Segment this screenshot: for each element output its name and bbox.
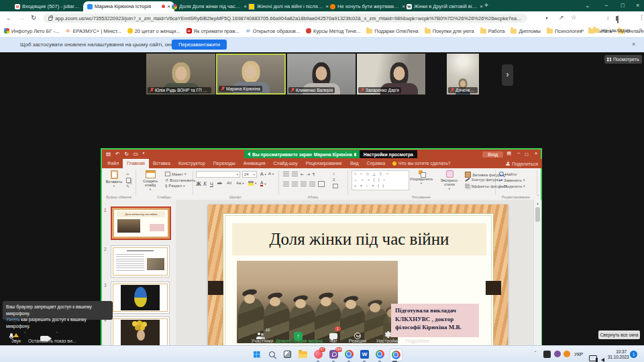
close-tab-icon[interactable] — [480, 3, 483, 9]
bullets-icon[interactable] — [283, 172, 289, 176]
participant-video[interactable]: Юлія Рудь ВОНР та ГП КЛК ХН... — [146, 54, 215, 95]
bookmark-folder[interactable]: Покупки для уюта — [425, 28, 474, 34]
messenger-app-button[interactable]: 67 — [313, 349, 324, 360]
save-icon[interactable] — [106, 151, 111, 157]
underline-button[interactable]: Ч — [210, 181, 213, 187]
tray-viber-icon[interactable] — [554, 351, 561, 357]
tab-wikipedia[interactable]: Жінки в Другій світовій війні — — [402, 1, 487, 11]
font-color-button[interactable]: А — [260, 181, 266, 186]
highlight-color-button[interactable] — [248, 181, 256, 186]
chrome-app-button-active[interactable] — [390, 349, 402, 361]
learn-how-link[interactable]: Узнать — [6, 317, 19, 322]
more-options-icon[interactable] — [412, 326, 419, 334]
grow-font-button[interactable]: A — [260, 172, 266, 176]
slideshow-icon[interactable] — [133, 151, 138, 157]
window-maximize-button[interactable] — [621, 3, 625, 8]
align-left-icon[interactable] — [283, 182, 289, 186]
minimize-all-windows-button[interactable]: Свернуть все окна — [598, 330, 640, 339]
notification-badge[interactable]: 1 — [630, 351, 637, 358]
bookmarks-overflow-chevron[interactable]: » — [581, 27, 584, 34]
qat-customize-chevron-icon[interactable] — [143, 151, 145, 157]
tab-view[interactable]: Вид — [346, 159, 363, 168]
side-panel-icon[interactable] — [617, 16, 619, 23]
list-buttons[interactable] — [283, 172, 315, 176]
file-explorer-button[interactable] — [297, 349, 309, 360]
browser-menu-icon[interactable] — [639, 14, 644, 21]
main-scrollbar[interactable] — [533, 200, 541, 362]
numbering-icon[interactable] — [292, 172, 298, 176]
participant-video[interactable]: Дяченко Аріна — [447, 54, 479, 95]
select-button[interactable]: Выделить — [499, 184, 525, 188]
viber-app-button[interactable]: 584 — [328, 349, 339, 360]
ppt-restore-button[interactable] — [525, 152, 529, 156]
paste-button[interactable]: Вставить — [105, 170, 123, 188]
shape-outline-button[interactable]: Контур фигуры — [465, 178, 502, 182]
forward-button[interactable] — [18, 14, 25, 21]
tray-agent-icon[interactable] — [564, 351, 570, 357]
reload-page-button[interactable]: Перезавантажити — [172, 40, 227, 50]
copy-icon[interactable] — [126, 178, 131, 183]
search-button[interactable] — [266, 349, 278, 360]
align-text-button[interactable] — [333, 178, 335, 182]
strikethrough-button[interactable]: ab — [217, 181, 222, 185]
bookmark-item[interactable]: Курсы Метод Тиче... — [306, 28, 360, 34]
bookmark-folder[interactable]: Работа — [480, 28, 505, 34]
bookmark-item[interactable]: Открытое образов... — [246, 28, 300, 34]
italic-button[interactable]: К — [203, 181, 207, 187]
tab-file[interactable]: Файл — [103, 159, 123, 168]
url-text[interactable]: app.zoom.us/wc/73553220923/join?_x_zm_rt… — [55, 15, 522, 21]
find-button[interactable]: Найти — [499, 172, 517, 176]
tab-zoom-meeting[interactable]: Марина Кірюхіна Історія — [83, 1, 174, 11]
undo-icon[interactable] — [115, 151, 119, 157]
change-case-button[interactable]: Aa — [236, 181, 244, 185]
participant-video[interactable]: Захаренко Дар'я — [357, 54, 425, 95]
alignment-buttons[interactable] — [283, 181, 325, 187]
quick-styles-button[interactable]: Экспресс-стили — [436, 170, 463, 190]
tab-slideshow[interactable]: Слайд-шоу — [270, 159, 302, 168]
ppt-minimize-button[interactable] — [517, 151, 520, 156]
tell-me-box[interactable]: Что вы хотите сделать? — [398, 159, 454, 168]
collapse-ribbon-icon[interactable] — [537, 194, 539, 198]
window-close-button[interactable] — [636, 2, 639, 9]
new-slide-button[interactable]: Создать слайд — [138, 170, 162, 191]
tab-home[interactable]: Главная — [123, 159, 149, 168]
ribbon-display-options-icon[interactable] — [506, 151, 511, 156]
new-tab-button[interactable] — [484, 1, 488, 9]
bookmark-item[interactable]: Инфотур Лето БГ -... — [4, 28, 59, 34]
tab-article-1[interactable]: Жіночі долі на війні і після вій... — [244, 1, 333, 11]
tab-insert[interactable]: Вставка — [149, 159, 174, 168]
increase-indent-icon[interactable] — [307, 172, 310, 176]
window-minimize-button[interactable] — [604, 2, 608, 9]
view-layout-button[interactable]: Посмотреть — [604, 55, 642, 64]
reload-button[interactable] — [31, 14, 36, 21]
tray-capture-icon[interactable] — [543, 351, 551, 358]
slide-thumbnail-2[interactable] — [111, 245, 170, 278]
chrome-app-button-2[interactable] — [374, 349, 386, 360]
tab-animations[interactable]: Анимация — [239, 159, 270, 168]
language-indicator[interactable]: УКР — [574, 352, 583, 357]
tray-hidden-icons-chevron[interactable] — [535, 351, 536, 355]
volume-icon[interactable] — [601, 353, 604, 362]
ppt-close-button[interactable] — [535, 151, 537, 156]
all-bookmarks-button[interactable]: Усі закладки — [593, 27, 630, 34]
chrome-app-button[interactable] — [343, 349, 355, 360]
task-view-button[interactable] — [282, 349, 293, 360]
slide-credit-box[interactable]: Підготувала викладач КЛКХНУВС , доктор ф… — [391, 304, 479, 337]
align-center-icon[interactable] — [292, 182, 298, 186]
tab-review[interactable]: Рецензирование — [302, 159, 346, 168]
slide-thumbnail-3[interactable] — [111, 282, 170, 314]
tab-article-2[interactable]: Не хочуть бути жертвами: як ... — [326, 1, 409, 11]
reset-button[interactable]: Восстановить — [165, 178, 195, 182]
scrollbar-thumb[interactable] — [535, 207, 540, 222]
address-bar[interactable]: app.zoom.us/wc/73553220923/join?_x_zm_rt… — [43, 13, 527, 23]
back-button[interactable] — [6, 14, 13, 21]
tab-gmail[interactable]: Входящие (507) - juliarud25@g... — [11, 1, 90, 11]
replace-button[interactable]: Заменить — [499, 178, 525, 182]
slide-thumbnail-4[interactable] — [111, 316, 170, 349]
arrange-button[interactable]: Упорядочить — [408, 170, 435, 185]
shapes-row[interactable] — [354, 177, 407, 183]
shrink-font-button[interactable]: A — [268, 172, 274, 176]
bookmark-star-icon[interactable] — [571, 14, 576, 21]
section-button[interactable]: Раздел — [165, 184, 184, 188]
bookmark-folder[interactable]: Дипломы — [511, 28, 541, 34]
